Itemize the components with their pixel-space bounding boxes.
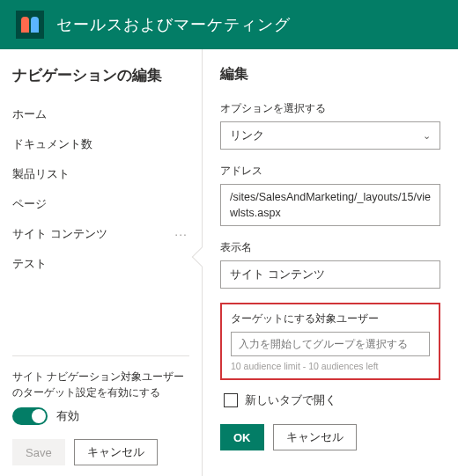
- nav-item-label: テスト: [12, 256, 47, 272]
- nav-item-test[interactable]: テスト ···: [11, 249, 189, 279]
- toggle-state-text: 有効: [56, 408, 79, 424]
- site-logo: [16, 11, 44, 39]
- cancel-button[interactable]: キャンセル: [74, 439, 158, 465]
- suite-header: セールスおよびマーケティング: [0, 0, 458, 49]
- save-button: Save: [12, 439, 65, 465]
- edit-link-panel: 編集 オプションを選択する リンク ⌄ アドレス /sites/SalesAnd…: [203, 49, 458, 476]
- open-new-tab-label: 新しいタブで開く: [245, 392, 336, 408]
- nav-item-label: ページ: [12, 196, 47, 212]
- nav-item-products[interactable]: 製品リスト ···: [11, 159, 189, 189]
- option-value: リンク: [230, 128, 264, 143]
- ellipsis-icon[interactable]: ···: [174, 227, 188, 241]
- target-audiences-section: ターゲットにする対象ユーザー 10 audience limit - 10 au…: [220, 303, 440, 380]
- nav-list: ホーム ··· ドキュメント数 ··· 製品リスト ··· ページ ··· サイ…: [11, 99, 189, 352]
- audience-targeting-section: サイト ナビゲーション対象ユーザーのターゲット設定を有効にする 有効: [12, 355, 189, 425]
- cancel-button-right[interactable]: キャンセル: [273, 424, 357, 450]
- nav-item-label: 製品リスト: [12, 166, 70, 182]
- target-audiences-input[interactable]: [231, 332, 430, 356]
- nav-item-site-contents[interactable]: サイト コンテンツ ···: [11, 219, 189, 249]
- address-label: アドレス: [220, 164, 440, 179]
- nav-edit-panel: ナビゲーションの編集 ホーム ··· ドキュメント数 ··· 製品リスト ···…: [0, 49, 203, 476]
- nav-item-pages[interactable]: ページ ···: [11, 189, 189, 219]
- nav-item-label: ドキュメント数: [12, 136, 92, 152]
- display-name-label: 表示名: [220, 240, 440, 255]
- option-label: オプションを選択する: [220, 101, 440, 116]
- open-new-tab-checkbox[interactable]: [224, 393, 238, 407]
- toggle-label: サイト ナビゲーション対象ユーザーのターゲット設定を有効にする: [12, 369, 189, 400]
- edit-heading: 編集: [220, 65, 440, 84]
- nav-item-home[interactable]: ホーム ···: [11, 99, 189, 129]
- nav-item-label: ホーム: [12, 106, 47, 122]
- ok-button[interactable]: OK: [220, 424, 264, 450]
- nav-item-documents[interactable]: ドキュメント数 ···: [11, 129, 189, 159]
- chevron-down-icon: ⌄: [423, 130, 431, 142]
- option-select[interactable]: リンク ⌄: [220, 121, 440, 150]
- target-hint: 10 audience limit - 10 audiences left: [231, 361, 430, 371]
- nav-edit-heading: ナビゲーションの編集: [12, 65, 189, 85]
- nav-item-label: サイト コンテンツ: [12, 226, 107, 242]
- audience-targeting-toggle[interactable]: [12, 407, 48, 425]
- site-title: セールスおよびマーケティング: [56, 14, 291, 35]
- display-name-input[interactable]: サイト コンテンツ: [220, 260, 440, 289]
- address-input[interactable]: /sites/SalesAndMarketing/_layouts/15/vie…: [220, 184, 440, 226]
- target-label: ターゲットにする対象ユーザー: [231, 311, 430, 326]
